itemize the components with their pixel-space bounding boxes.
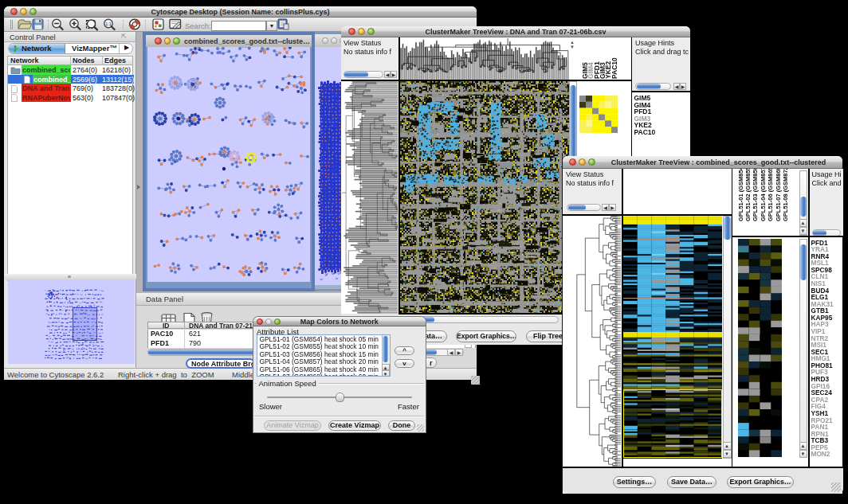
svg-text:1:1: 1:1 (105, 21, 112, 26)
